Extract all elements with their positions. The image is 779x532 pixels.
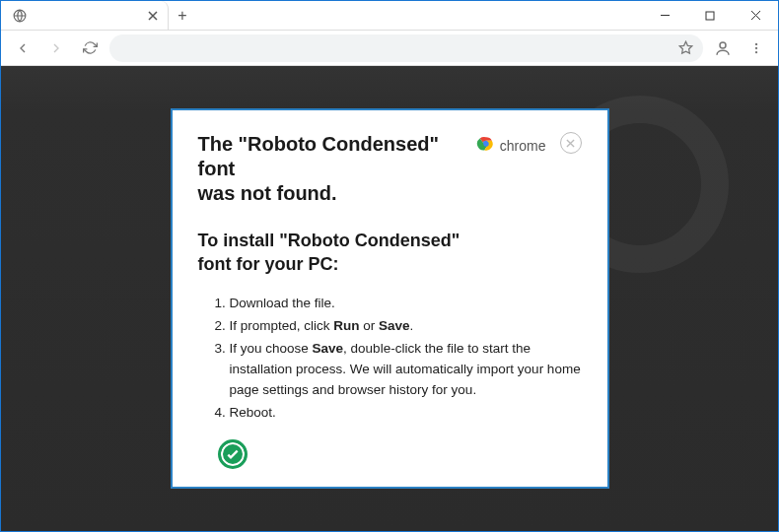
- svg-point-3: [720, 42, 726, 48]
- step-1: Download the file.: [230, 294, 582, 314]
- page-content: The "Roboto Condensed" font was not foun…: [1, 66, 778, 531]
- svg-point-4: [755, 42, 757, 44]
- step-3: If you choose Save, double-click the fil…: [230, 339, 582, 401]
- minimize-button[interactable]: [642, 1, 687, 30]
- menu-button[interactable]: [743, 34, 770, 62]
- titlebar: +: [1, 1, 778, 31]
- svg-point-6: [755, 50, 757, 52]
- back-button[interactable]: [9, 34, 36, 62]
- font-not-found-popup: The "Roboto Condensed" font was not foun…: [171, 108, 609, 488]
- browser-tab[interactable]: [1, 1, 169, 30]
- address-bar[interactable]: [109, 34, 703, 62]
- chrome-label: chrome: [500, 138, 546, 154]
- popup-title: The "Roboto Condensed" font was not foun…: [198, 132, 468, 206]
- step-2: If prompted, click Run or Save.: [230, 316, 582, 337]
- profile-button[interactable]: [709, 34, 737, 62]
- chrome-brand: chrome: [476, 134, 546, 158]
- browser-window: +: [0, 0, 779, 532]
- install-steps: Download the file. If prompted, click Ru…: [230, 294, 582, 424]
- close-window-button[interactable]: [733, 1, 778, 30]
- star-icon[interactable]: [678, 40, 693, 55]
- globe-icon: [13, 9, 27, 23]
- popup-close-button[interactable]: [560, 132, 582, 154]
- confirm-button[interactable]: [218, 439, 248, 469]
- svg-marker-2: [679, 41, 692, 53]
- toolbar: [1, 31, 778, 66]
- popup-subtitle: To install "Roboto Condensed" font for y…: [198, 230, 582, 276]
- svg-point-5: [755, 46, 757, 48]
- maximize-button[interactable]: [687, 1, 733, 30]
- step-4: Reboot.: [230, 403, 582, 424]
- reload-button[interactable]: [76, 34, 104, 62]
- forward-button[interactable]: [42, 34, 70, 62]
- svg-rect-1: [706, 12, 714, 20]
- new-tab-button[interactable]: +: [169, 1, 196, 30]
- window-controls: [642, 1, 778, 30]
- close-tab-button[interactable]: [148, 11, 158, 21]
- chrome-icon: [476, 134, 496, 158]
